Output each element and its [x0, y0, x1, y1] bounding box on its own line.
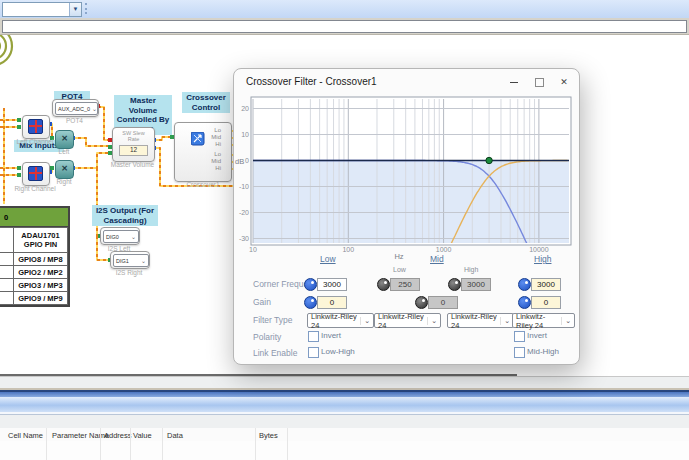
close-button[interactable]: ✕ [556, 75, 572, 89]
block-caption: I2S Right [110, 269, 148, 276]
link-enable-checkbox-mid-high[interactable] [514, 347, 525, 358]
panel-toolbar[interactable] [0, 397, 689, 412]
gpio-cell [0, 253, 14, 266]
chevron-down-icon: ⌄ [139, 257, 148, 264]
col-header-address[interactable]: Address [104, 431, 132, 440]
link-enable-checkbox-low-high[interactable] [308, 347, 319, 358]
mid-sub-low: Low [393, 266, 406, 273]
row-label-gain: Gain [253, 297, 271, 307]
gpio-cell: GPIO9 / MP9 [14, 292, 68, 305]
gain-input-low[interactable] [317, 296, 347, 309]
block-left-channel[interactable] [22, 115, 50, 139]
gpio-cell [0, 292, 14, 305]
dig1-value: DIG1 [116, 258, 129, 264]
link-enable-label-mid-high: Mid-High [527, 347, 559, 356]
gpio-col-header: ADAU1701 GPIO PIN [14, 228, 68, 253]
polarity-invert-label-high: Invert [527, 331, 547, 340]
corner-freq-input-mid-high [461, 278, 491, 291]
app-window: ▼ POT4 Master Volume Controlled By POT4 … [0, 0, 689, 460]
filter-type-value: Linkwitz-Riley 24 [516, 312, 561, 330]
block-master-volume[interactable]: SW Slew Rate 12 [112, 127, 155, 162]
toolbar-combo[interactable]: ▼ [2, 2, 82, 17]
filter-type-select-high[interactable]: Linkwitz-Riley 24 ⌄ [512, 313, 575, 328]
gpio-table-header: 0 [0, 208, 68, 227]
svg-text:10: 10 [249, 246, 257, 253]
filter-type-value: Linkwitz-Riley 24 [451, 312, 500, 330]
minimize-button[interactable] [506, 75, 522, 89]
svg-text:20: 20 [241, 105, 249, 112]
filter-type-select-low[interactable]: Linkwitz-Riley 24 ⌄ [307, 313, 374, 328]
xo-out-label: Lo [211, 127, 221, 134]
dig0-combo[interactable]: DIG0 ⌄ [103, 230, 139, 243]
col-header-value[interactable]: Value [133, 431, 152, 440]
block-dig0[interactable]: DIG0 ⌄ [100, 227, 140, 245]
column-header-low: Low [320, 254, 336, 264]
gain-knob-low[interactable] [304, 296, 317, 309]
col-header-data[interactable]: Data [167, 431, 183, 440]
filter-type-select-mid-low[interactable]: Linkwitz-Riley 24 ⌄ [374, 313, 441, 328]
address-field[interactable] [2, 20, 687, 33]
grid-headers: Cell Name Parameter Name Address Value D… [0, 431, 689, 441]
mixer-icon [28, 166, 43, 181]
xo-out-label: Mid [211, 158, 221, 165]
crossover-icon [191, 132, 205, 146]
block-left-gain[interactable]: ✕ [55, 130, 74, 149]
dig0-value: DIG0 [106, 234, 119, 240]
pot4-adc-combo[interactable]: AUX_ADC_0 ⌄ [55, 102, 98, 115]
block-caption: Right Channel [8, 185, 62, 192]
dig1-combo[interactable]: DIG1 ⌄ [113, 254, 149, 267]
chevron-down-icon: ⌄ [427, 317, 440, 325]
polarity-invert-checkbox-low[interactable] [308, 331, 319, 342]
toolbar: ▼ [0, 0, 689, 18]
corner-freq-input-high[interactable] [531, 278, 561, 291]
corner-freq-input-low[interactable] [317, 278, 347, 291]
xo-out-label: Mid [211, 134, 221, 141]
filter-type-value: Linkwitz-Riley 24 [311, 312, 360, 330]
combo-arrow-icon[interactable]: ▼ [69, 3, 81, 16]
gpio-cell: GPIO3 / MP3 [14, 279, 68, 292]
gain-input-high[interactable] [531, 296, 561, 309]
frequency-response-plot[interactable]: 1010010001000020100-10-20-30HzdB [233, 93, 573, 261]
svg-text:-20: -20 [239, 209, 249, 216]
link-enable-label-low-high: Low-High [321, 347, 355, 356]
col-header-cell-name[interactable]: Cell Name [8, 431, 43, 440]
block-right-channel[interactable] [22, 162, 50, 186]
gpio-cell [0, 279, 14, 292]
block-caption: Master Volume [105, 161, 160, 168]
col-header-bytes[interactable]: Bytes [259, 431, 278, 440]
block-pot4-adc[interactable]: AUX_ADC_0 ⌄ [52, 99, 99, 117]
corner-freq-knob-high[interactable] [518, 278, 531, 291]
svg-text:1000: 1000 [436, 246, 452, 253]
multiply-icon: ✕ [61, 164, 68, 173]
col-separator [100, 428, 101, 460]
block-caption: POT4 [52, 117, 97, 124]
gpio-cell: GPIO2 / MP2 [14, 266, 68, 279]
polarity-invert-checkbox-high[interactable] [514, 331, 525, 342]
corner-freq-knob-mid-low [377, 278, 390, 291]
col-separator [255, 428, 256, 460]
column-header-mid: Mid [430, 254, 444, 264]
col-separator [287, 428, 288, 460]
chevron-down-icon: ⌄ [360, 317, 373, 325]
gain-input-mid [428, 296, 458, 309]
chevron-down-icon: ⌄ [561, 317, 574, 325]
filter-type-select-mid-high[interactable]: Linkwitz-Riley 24 ⌄ [447, 313, 514, 328]
block-crossover[interactable]: Lo Mid Hi Lo Mid Hi [174, 122, 232, 182]
grid-body [0, 441, 689, 460]
row-label-polarity: Polarity [253, 332, 281, 342]
row-label-filter-type: Filter Type [253, 315, 293, 325]
gpio-table[interactable]: 0 ADAU1701 GPIO PIN GPIO8 / MP8 GPIO2 / … [0, 206, 70, 307]
block-dig1[interactable]: DIG1 ⌄ [110, 251, 150, 269]
mv-slew-value[interactable]: 12 [119, 145, 148, 156]
corner-freq-knob-mid-high [448, 278, 461, 291]
toolbar-grip [85, 3, 90, 14]
svg-text:10: 10 [241, 131, 249, 138]
block-caption: Left [52, 148, 76, 155]
block-right-gain[interactable]: ✕ [55, 160, 74, 179]
maximize-button[interactable] [531, 75, 547, 89]
col-separator [46, 428, 47, 460]
gpio-cell [0, 266, 14, 279]
gain-knob-high[interactable] [518, 296, 531, 309]
corner-freq-input-mid-low [390, 278, 420, 291]
corner-freq-knob-low[interactable] [304, 278, 317, 291]
